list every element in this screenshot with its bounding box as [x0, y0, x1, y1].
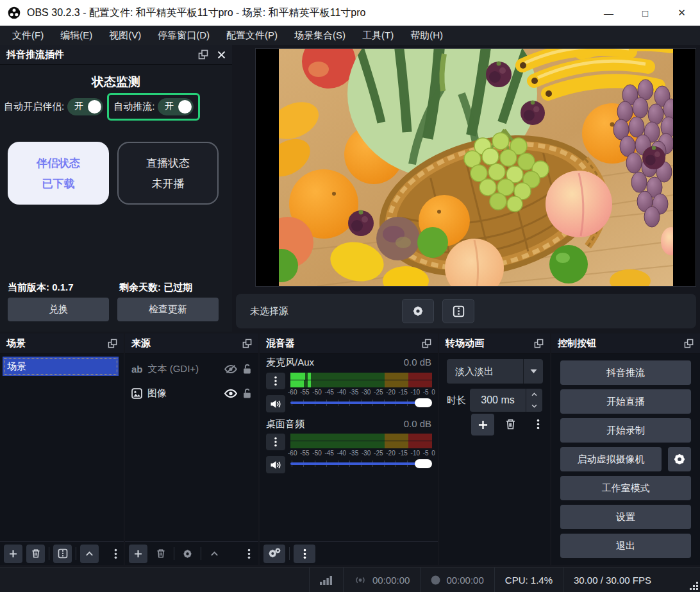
scenes-toolbar — [0, 541, 124, 565]
douyin-plugin-dock: 抖音推流插件 状态监测 自动开启伴侣: 开 自动推流: — [0, 45, 232, 332]
resize-grip[interactable] — [689, 581, 698, 590]
mixer-channel-name: 桌面音频 — [266, 418, 304, 430]
more-dots-icon — [114, 548, 117, 559]
start-virtual-camera-button[interactable]: 启动虚拟摄像机 — [560, 447, 662, 471]
transition-select[interactable]: 淡入淡出 — [447, 359, 543, 384]
menu-docks[interactable]: 停靠窗口(D) — [149, 26, 218, 45]
popout-icon[interactable] — [534, 339, 544, 348]
advanced-audio-button[interactable] — [263, 545, 285, 563]
lock-open-icon[interactable] — [242, 388, 252, 399]
window-title: OBS 30.2.3 - 配置文件: 和平精英平板11寸pro - 场景: 和平… — [27, 0, 365, 26]
trash-icon — [31, 548, 41, 559]
source-row-image[interactable]: 图像 — [125, 381, 258, 405]
record-timer: 00:00:00 — [420, 568, 494, 592]
volume-slider[interactable] — [290, 459, 432, 469]
exit-button[interactable]: 退出 — [560, 534, 691, 558]
preview-canvas[interactable] — [256, 49, 696, 286]
slider-knob[interactable] — [415, 398, 432, 407]
mixer-channel-options-button[interactable] — [266, 434, 285, 450]
popout-icon[interactable] — [242, 339, 252, 348]
move-source-up-button[interactable] — [205, 545, 224, 563]
toggle-row: 自动开启伴侣: 开 自动推流: 开 — [4, 92, 229, 121]
scenes-dock-header: 场景 — [0, 334, 124, 354]
mute-button[interactable] — [266, 456, 285, 473]
source-properties-toolbar-button[interactable] — [178, 545, 197, 563]
eye-icon[interactable] — [224, 389, 237, 398]
remove-transition-button[interactable] — [501, 415, 520, 434]
mixer-channel-db: 0.0 dB — [404, 357, 431, 368]
toggle-knob — [178, 100, 192, 114]
settings-button[interactable]: 设置 — [560, 505, 691, 529]
mixer-title: 混音器 — [266, 337, 295, 350]
mixer-channel-options-button[interactable] — [266, 373, 285, 389]
remove-scene-button[interactable] — [26, 545, 45, 563]
duration-spinbox[interactable]: 300 ms — [470, 389, 542, 412]
maximize-button[interactable]: □ — [627, 0, 663, 26]
menu-profile[interactable]: 配置文件(P) — [218, 26, 286, 45]
redeem-button[interactable]: 兑换 — [8, 298, 109, 321]
auto-companion-toggle[interactable]: 开 — [67, 98, 103, 115]
studio-mode-button[interactable]: 工作室模式 — [560, 476, 691, 500]
auto-stream-toggle[interactable]: 开 — [158, 98, 194, 115]
start-streaming-button[interactable]: 开始直播 — [560, 389, 691, 414]
eye-slash-icon[interactable] — [224, 364, 237, 374]
speaker-icon — [270, 399, 281, 409]
add-transition-button[interactable] — [471, 414, 494, 436]
no-source-label: 未选择源 — [250, 294, 288, 328]
popout-icon[interactable] — [684, 339, 694, 348]
check-update-button[interactable]: 检查更新 — [117, 298, 219, 321]
mixer-more-button[interactable] — [294, 545, 315, 563]
transition-more-button[interactable] — [529, 415, 547, 434]
add-source-button[interactable] — [129, 545, 147, 563]
sources-more-button[interactable] — [240, 545, 258, 563]
minimize-button[interactable]: — — [590, 0, 627, 26]
source-filters-button[interactable] — [442, 299, 474, 323]
titlebar: OBS 30.2.3 - 配置文件: 和平精英平板11寸pro - 场景: 和平… — [0, 0, 700, 26]
more-dots-icon — [274, 437, 277, 447]
volume-meter — [290, 380, 432, 387]
mixer-dock: 混音器 麦克风/Aux 0.0 dB -60-55-5 — [260, 334, 438, 565]
spin-up-button[interactable] — [526, 389, 542, 400]
popout-icon[interactable] — [108, 339, 117, 348]
menu-file[interactable]: 文件(F) — [4, 26, 52, 45]
filters-icon — [58, 548, 68, 559]
plugin-dock-header: 抖音推流插件 — [0, 45, 232, 65]
popout-icon[interactable] — [422, 339, 431, 348]
source-row-text[interactable]: ab 文本 (GDI+) — [125, 357, 258, 381]
volume-meter — [290, 434, 432, 441]
move-scene-up-button[interactable] — [80, 545, 99, 563]
slider-knob[interactable] — [415, 459, 432, 468]
mute-button[interactable] — [266, 395, 285, 412]
record-time: 00:00:00 — [446, 575, 483, 586]
douyin-stream-button[interactable]: 抖音推流 — [560, 360, 691, 385]
virtual-camera-settings-button[interactable] — [668, 447, 691, 471]
plus-icon — [133, 549, 143, 559]
menu-tools[interactable]: 工具(T) — [354, 26, 402, 45]
advanced-audio-icon — [268, 548, 281, 559]
remove-source-button[interactable] — [151, 545, 170, 563]
start-recording-button[interactable]: 开始录制 — [560, 418, 691, 443]
menu-help[interactable]: 帮助(H) — [402, 26, 451, 45]
menu-edit[interactable]: 编辑(E) — [52, 26, 101, 45]
menu-scene-collection[interactable]: 场景集合(S) — [286, 26, 354, 45]
popout-icon[interactable] — [198, 49, 208, 60]
add-scene-button[interactable] — [4, 545, 22, 563]
scene-list-item[interactable]: 场景 — [3, 357, 119, 376]
menubar: 文件(F) 编辑(E) 视图(V) 停靠窗口(D) 配置文件(P) 场景集合(S… — [0, 26, 700, 45]
transitions-dock-header: 转场动画 — [439, 334, 550, 354]
close-icon[interactable] — [217, 51, 226, 59]
scene-filters-button[interactable] — [53, 545, 72, 563]
volume-slider[interactable] — [290, 398, 432, 408]
companion-status-card[interactable]: 伴侣状态 已下载 — [8, 142, 109, 205]
duration-value: 300 ms — [470, 389, 526, 412]
source-properties-button[interactable] — [402, 299, 434, 323]
scenes-more-button[interactable] — [106, 545, 125, 563]
live-status-card[interactable]: 直播状态 未开播 — [117, 142, 219, 205]
close-button[interactable]: ✕ — [663, 0, 700, 26]
spin-down-button[interactable] — [526, 400, 542, 412]
connection-quality — [309, 568, 343, 592]
menu-view[interactable]: 视图(V) — [101, 26, 149, 45]
sources-title: 来源 — [131, 337, 151, 350]
lock-open-icon[interactable] — [242, 364, 252, 375]
source-name: 文本 (GDI+) — [148, 363, 199, 375]
